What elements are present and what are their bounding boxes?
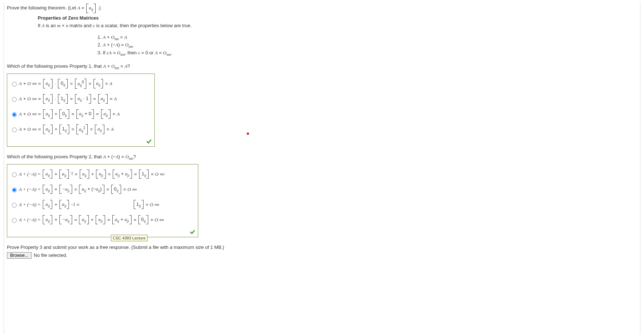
theorem-given: If A is an m × n matrix and c is a scala… xyxy=(38,23,637,29)
q2-option-1[interactable]: A + (−A) = aij + aijT = aij + aji = aij … xyxy=(10,167,195,181)
q1-radio-2[interactable] xyxy=(12,97,17,102)
q1-radio-1[interactable] xyxy=(12,82,17,87)
q1-options: A + Omn = aij · 0ij = aij0 = aij = A A +… xyxy=(7,74,155,147)
q2-radio-4[interactable] xyxy=(12,218,17,223)
q1-radio-4[interactable] xyxy=(12,128,17,132)
question-1: Which of the following proves Property 1… xyxy=(7,63,637,70)
properties-list: 1. A + Omn = A 2. A + (−A) = Omn 3. If c… xyxy=(97,34,637,57)
q2-radio-3[interactable] xyxy=(12,203,17,208)
intro-text: Prove the following theorem. (Let A = ai… xyxy=(7,4,637,13)
q2-options: A + (−A) = aij + aijT = aij + aji = aij … xyxy=(7,164,198,237)
check-icon xyxy=(146,138,152,146)
question-2: Which of the following proves Property 2… xyxy=(7,154,637,160)
q2-option-2[interactable]: A + (−A) = aij + −aij = aij + (−aij) = 0… xyxy=(10,183,195,196)
prove3-text: Prove Property 3 and submit your work as… xyxy=(7,245,637,250)
no-file-text: No file selected. xyxy=(34,252,67,258)
q2-radio-2[interactable] xyxy=(12,188,17,192)
q1-option-3[interactable]: A + Omn = aij + 0ij = aij + 0 = aij = A xyxy=(10,107,151,121)
q1-option-4[interactable]: A + Omn = aij + 1ij = aij1 = aij = A xyxy=(10,122,151,136)
q1-option-2[interactable]: A + Omn = aij · 1ij = aij · 1 = aij = A xyxy=(10,92,151,106)
q1-option-1[interactable]: A + Omn = aij · 0ij = aij0 = aij = A xyxy=(10,77,151,91)
browse-button[interactable]: Browse... xyxy=(7,252,32,259)
tooltip: CSC 4383 Lecture xyxy=(111,235,148,241)
q2-radio-1[interactable] xyxy=(12,172,17,177)
q2-option-4[interactable]: A + (−A) = aij + −aij = aij + aji = aij … xyxy=(10,213,195,227)
check-icon xyxy=(189,229,196,236)
cursor-dot-icon xyxy=(247,133,249,135)
q1-radio-3[interactable] xyxy=(12,112,17,117)
section-title: Properties of Zero Matrices xyxy=(38,15,637,21)
q2-option-3[interactable]: A + (−A) = aij + aij−1 = 1ij = Omn xyxy=(10,198,195,212)
